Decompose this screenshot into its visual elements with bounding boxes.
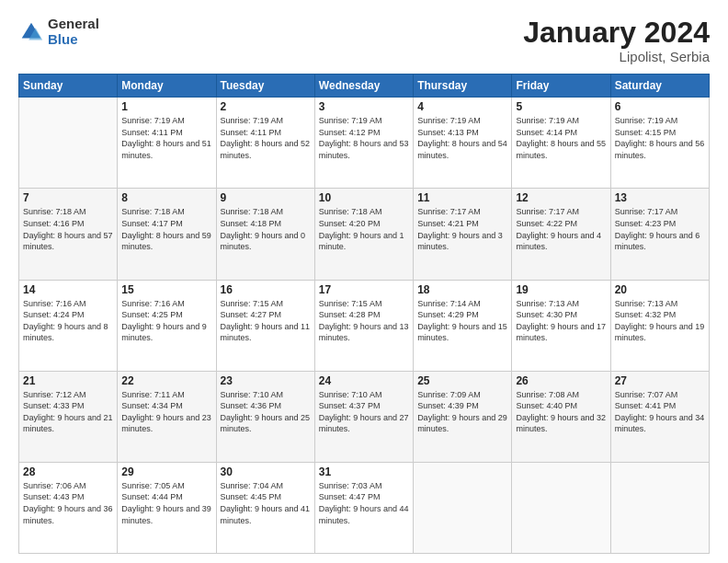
header: General Blue January 2024 Lipolist, Serb… bbox=[18, 17, 710, 64]
day-number: 15 bbox=[121, 283, 211, 296]
day-info: Sunrise: 7:13 AMSunset: 4:32 PMDaylight:… bbox=[615, 298, 705, 344]
title-block: January 2024 Lipolist, Serbia bbox=[523, 17, 710, 64]
day-info: Sunrise: 7:18 AMSunset: 4:18 PMDaylight:… bbox=[221, 206, 311, 252]
day-number: 7 bbox=[23, 191, 113, 204]
calendar-header-row: Sunday Monday Tuesday Wednesday Thursday… bbox=[19, 75, 710, 98]
header-thursday: Thursday bbox=[414, 75, 512, 98]
day-info: Sunrise: 7:10 AMSunset: 4:37 PMDaylight:… bbox=[319, 389, 409, 435]
day-info: Sunrise: 7:18 AMSunset: 4:20 PMDaylight:… bbox=[319, 206, 409, 252]
day-number: 1 bbox=[121, 100, 211, 113]
day-number: 23 bbox=[221, 374, 311, 387]
day-info: Sunrise: 7:07 AMSunset: 4:41 PMDaylight:… bbox=[615, 389, 705, 435]
day-info: Sunrise: 7:19 AMSunset: 4:11 PMDaylight:… bbox=[221, 115, 311, 161]
table-row: 7Sunrise: 7:18 AMSunset: 4:16 PMDaylight… bbox=[19, 189, 118, 280]
day-number: 16 bbox=[221, 283, 311, 296]
day-info: Sunrise: 7:08 AMSunset: 4:40 PMDaylight:… bbox=[516, 389, 606, 435]
day-number: 28 bbox=[23, 465, 113, 478]
logo-blue-label: Blue bbox=[48, 32, 99, 48]
table-row: 10Sunrise: 7:18 AMSunset: 4:20 PMDayligh… bbox=[314, 189, 413, 280]
table-row: 19Sunrise: 7:13 AMSunset: 4:30 PMDayligh… bbox=[512, 280, 610, 371]
table-row: 1Sunrise: 7:19 AMSunset: 4:11 PMDaylight… bbox=[118, 98, 216, 189]
day-number: 21 bbox=[23, 374, 113, 387]
table-row: 2Sunrise: 7:19 AMSunset: 4:11 PMDaylight… bbox=[216, 98, 314, 189]
day-number: 6 bbox=[615, 100, 705, 113]
table-row: 17Sunrise: 7:15 AMSunset: 4:28 PMDayligh… bbox=[314, 280, 413, 371]
day-number: 27 bbox=[615, 374, 705, 387]
day-info: Sunrise: 7:16 AMSunset: 4:24 PMDaylight:… bbox=[23, 298, 113, 344]
day-number: 8 bbox=[121, 191, 211, 204]
table-row: 28Sunrise: 7:06 AMSunset: 4:43 PMDayligh… bbox=[19, 462, 118, 553]
day-number: 12 bbox=[516, 191, 606, 204]
day-info: Sunrise: 7:11 AMSunset: 4:34 PMDaylight:… bbox=[121, 389, 211, 435]
day-number: 22 bbox=[121, 374, 211, 387]
page: General Blue January 2024 Lipolist, Serb… bbox=[0, 0, 728, 563]
table-row: 11Sunrise: 7:17 AMSunset: 4:21 PMDayligh… bbox=[414, 189, 512, 280]
day-info: Sunrise: 7:19 AMSunset: 4:11 PMDaylight:… bbox=[121, 115, 211, 161]
table-row: 31Sunrise: 7:03 AMSunset: 4:47 PMDayligh… bbox=[314, 462, 413, 553]
day-info: Sunrise: 7:14 AMSunset: 4:29 PMDaylight:… bbox=[417, 298, 507, 344]
table-row: 30Sunrise: 7:04 AMSunset: 4:45 PMDayligh… bbox=[216, 462, 314, 553]
day-number: 5 bbox=[516, 100, 606, 113]
day-number: 25 bbox=[417, 374, 507, 387]
table-row: 24Sunrise: 7:10 AMSunset: 4:37 PMDayligh… bbox=[314, 371, 413, 462]
header-friday: Friday bbox=[512, 75, 610, 98]
table-row: 13Sunrise: 7:17 AMSunset: 4:23 PMDayligh… bbox=[610, 189, 709, 280]
table-row bbox=[512, 462, 610, 553]
header-monday: Monday bbox=[118, 75, 216, 98]
day-info: Sunrise: 7:09 AMSunset: 4:39 PMDaylight:… bbox=[417, 389, 507, 435]
day-number: 14 bbox=[23, 283, 113, 296]
day-info: Sunrise: 7:16 AMSunset: 4:25 PMDaylight:… bbox=[121, 298, 211, 344]
header-saturday: Saturday bbox=[610, 75, 709, 98]
day-info: Sunrise: 7:19 AMSunset: 4:14 PMDaylight:… bbox=[516, 115, 606, 161]
day-info: Sunrise: 7:19 AMSunset: 4:12 PMDaylight:… bbox=[319, 115, 409, 161]
day-info: Sunrise: 7:05 AMSunset: 4:44 PMDaylight:… bbox=[121, 480, 211, 526]
day-number: 19 bbox=[516, 283, 606, 296]
day-info: Sunrise: 7:12 AMSunset: 4:33 PMDaylight:… bbox=[23, 389, 113, 435]
day-number: 3 bbox=[319, 100, 409, 113]
calendar-week-0: 1Sunrise: 7:19 AMSunset: 4:11 PMDaylight… bbox=[19, 98, 710, 189]
logo-text: General Blue bbox=[48, 17, 99, 47]
day-info: Sunrise: 7:18 AMSunset: 4:16 PMDaylight:… bbox=[23, 206, 113, 252]
day-info: Sunrise: 7:17 AMSunset: 4:21 PMDaylight:… bbox=[417, 206, 507, 252]
day-number: 2 bbox=[221, 100, 311, 113]
table-row: 16Sunrise: 7:15 AMSunset: 4:27 PMDayligh… bbox=[216, 280, 314, 371]
calendar-title: January 2024 bbox=[523, 17, 710, 49]
calendar-week-1: 7Sunrise: 7:18 AMSunset: 4:16 PMDaylight… bbox=[19, 189, 710, 280]
day-number: 29 bbox=[121, 465, 211, 478]
day-info: Sunrise: 7:19 AMSunset: 4:15 PMDaylight:… bbox=[615, 115, 705, 161]
day-info: Sunrise: 7:18 AMSunset: 4:17 PMDaylight:… bbox=[121, 206, 211, 252]
logo-icon bbox=[18, 19, 44, 45]
day-info: Sunrise: 7:19 AMSunset: 4:13 PMDaylight:… bbox=[417, 115, 507, 161]
day-info: Sunrise: 7:15 AMSunset: 4:27 PMDaylight:… bbox=[221, 298, 311, 344]
day-number: 26 bbox=[516, 374, 606, 387]
table-row: 18Sunrise: 7:14 AMSunset: 4:29 PMDayligh… bbox=[414, 280, 512, 371]
calendar-week-4: 28Sunrise: 7:06 AMSunset: 4:43 PMDayligh… bbox=[19, 462, 710, 553]
table-row: 3Sunrise: 7:19 AMSunset: 4:12 PMDaylight… bbox=[314, 98, 413, 189]
table-row: 26Sunrise: 7:08 AMSunset: 4:40 PMDayligh… bbox=[512, 371, 610, 462]
logo: General Blue bbox=[18, 17, 99, 47]
day-info: Sunrise: 7:04 AMSunset: 4:45 PMDaylight:… bbox=[221, 480, 311, 526]
day-number: 24 bbox=[319, 374, 409, 387]
day-number: 10 bbox=[319, 191, 409, 204]
table-row: 12Sunrise: 7:17 AMSunset: 4:22 PMDayligh… bbox=[512, 189, 610, 280]
table-row bbox=[414, 462, 512, 553]
calendar-week-3: 21Sunrise: 7:12 AMSunset: 4:33 PMDayligh… bbox=[19, 371, 710, 462]
table-row: 5Sunrise: 7:19 AMSunset: 4:14 PMDaylight… bbox=[512, 98, 610, 189]
day-info: Sunrise: 7:13 AMSunset: 4:30 PMDaylight:… bbox=[516, 298, 606, 344]
table-row: 9Sunrise: 7:18 AMSunset: 4:18 PMDaylight… bbox=[216, 189, 314, 280]
day-number: 4 bbox=[417, 100, 507, 113]
table-row: 14Sunrise: 7:16 AMSunset: 4:24 PMDayligh… bbox=[19, 280, 118, 371]
day-number: 13 bbox=[615, 191, 705, 204]
header-wednesday: Wednesday bbox=[314, 75, 413, 98]
table-row: 20Sunrise: 7:13 AMSunset: 4:32 PMDayligh… bbox=[610, 280, 709, 371]
day-info: Sunrise: 7:15 AMSunset: 4:28 PMDaylight:… bbox=[319, 298, 409, 344]
calendar-subtitle: Lipolist, Serbia bbox=[523, 49, 710, 64]
day-number: 17 bbox=[319, 283, 409, 296]
table-row bbox=[610, 462, 709, 553]
day-info: Sunrise: 7:10 AMSunset: 4:36 PMDaylight:… bbox=[221, 389, 311, 435]
table-row: 23Sunrise: 7:10 AMSunset: 4:36 PMDayligh… bbox=[216, 371, 314, 462]
day-number: 18 bbox=[417, 283, 507, 296]
calendar-table: Sunday Monday Tuesday Wednesday Thursday… bbox=[18, 74, 710, 554]
day-number: 11 bbox=[417, 191, 507, 204]
header-sunday: Sunday bbox=[19, 75, 118, 98]
